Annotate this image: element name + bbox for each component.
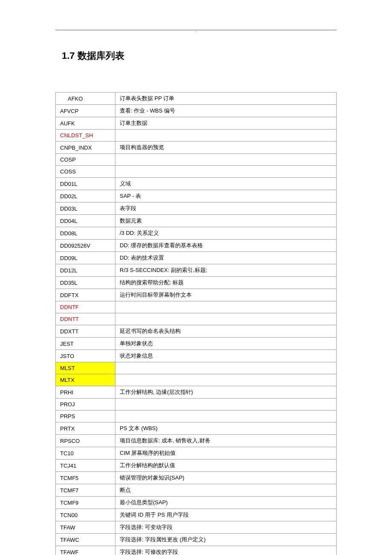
table-row: COSP: [56, 154, 337, 166]
description-cell: CIM 屏幕顺序的初始值: [115, 447, 337, 460]
table-row: DD03L表字段: [56, 202, 337, 215]
description-cell: DD: 缓存的数据库查看的基本表格: [115, 240, 337, 252]
description-cell: [115, 399, 337, 410]
description-cell: [115, 130, 337, 142]
table-row: COSS: [56, 166, 337, 178]
code-cell: TCN00: [56, 509, 115, 521]
description-cell: 延迟书写的命名表头结构: [115, 325, 337, 338]
database-table: AFKO订单表头数据 PP 订单AFVCP查看: 作业 - WBS 编号AUFK…: [55, 92, 337, 555]
table-row: DD08L/3 DD: 关系定义: [56, 227, 337, 240]
table-row: TC10CIM 屏幕顺序的初始值: [56, 447, 337, 460]
table-row: CNLDST_SH: [56, 130, 337, 142]
code-cell: TFAWC: [56, 534, 115, 546]
table-row: AFVCP查看: 作业 - WBS 编号: [56, 105, 337, 117]
description-cell: 最小信息类型(SAP): [115, 497, 337, 509]
description-cell: 断点: [115, 484, 337, 497]
table-row: TFAW字段选择: 可变动字段: [56, 521, 337, 534]
table-row: PRTXPS 文本 (WBS): [56, 422, 337, 435]
section-title: 1.7 数据库列表: [55, 49, 337, 62]
code-cell: DD02L: [56, 190, 115, 202]
code-cell: RPSCO: [56, 435, 115, 447]
table-row: PROJ: [56, 399, 337, 410]
description-cell: [115, 166, 337, 178]
description-cell: 订单表头数据 PP 订单: [115, 92, 337, 105]
code-cell: TCMF7: [56, 484, 115, 497]
table-row: DD02LSAP - 表: [56, 190, 337, 202]
code-cell: PRTX: [56, 422, 115, 435]
description-cell: [115, 362, 337, 374]
code-cell: AFKO: [56, 92, 115, 105]
document-page: . 1.7 数据库列表 AFKO订单表头数据 PP 订单AFVCP查看: 作业 …: [0, 0, 392, 555]
table-row: DDNTT: [56, 313, 337, 325]
footer-mark: .: [68, 533, 69, 538]
description-cell: 关键词 ID 用于 PS 用户字段: [115, 509, 337, 521]
code-cell: PRPS: [56, 410, 115, 422]
description-cell: 字段选择: 可变动字段: [115, 521, 337, 534]
code-cell: PRHI: [56, 386, 115, 399]
code-cell: DDFTX: [56, 289, 115, 301]
table-row: TCMF5错误管理的对象知识(SAP): [56, 472, 337, 484]
description-cell: 订单主数据: [115, 117, 337, 130]
table-row: TFAWF字段选择: 可修改的字段: [56, 546, 337, 555]
description-cell: 义域: [115, 178, 337, 190]
description-cell: /3 DD: 关系定义: [115, 227, 337, 240]
table-row: DDNTF: [56, 301, 337, 313]
table-row: AUFK订单主数据: [56, 117, 337, 130]
code-cell: DDXTT: [56, 325, 115, 338]
description-cell: 工作分解结构的默认值: [115, 460, 337, 472]
table-row: DD01L义域: [56, 178, 337, 190]
description-cell: 表字段: [115, 202, 337, 215]
code-cell: CNLDST_SH: [56, 130, 115, 142]
code-cell: JSTO: [56, 350, 115, 362]
description-cell: 结构的搜索帮助分配: 标题: [115, 277, 337, 289]
code-cell: TCMF9: [56, 497, 115, 509]
table-row: PRPS: [56, 410, 337, 422]
table-row: TCMF9最小信息类型(SAP): [56, 497, 337, 509]
description-cell: 数据元素: [115, 215, 337, 227]
description-cell: [115, 154, 337, 166]
code-cell: PROJ: [56, 399, 115, 410]
table-row: TCMF7断点: [56, 484, 337, 497]
description-cell: 字段选择: 字段属性更改 (用户定义): [115, 534, 337, 546]
header-mark: .: [55, 28, 337, 32]
table-row: RPSCO项目信息数据库: 成本, 销售收入,财务: [56, 435, 337, 447]
code-cell: DD03L: [56, 202, 115, 215]
description-cell: 状态对象信息: [115, 350, 337, 362]
code-cell: DD35L: [56, 277, 115, 289]
table-row: TCJ41工作分解结构的默认值: [56, 460, 337, 472]
description-cell: 字段选择: 可修改的字段: [115, 546, 337, 555]
code-cell: DDNTT: [56, 313, 115, 325]
description-cell: [115, 410, 337, 422]
code-cell: DD12L: [56, 264, 115, 277]
code-cell: MLTX: [56, 374, 115, 386]
description-cell: 查看: 作业 - WBS 编号: [115, 105, 337, 117]
code-cell: AUFK: [56, 117, 115, 130]
table-row: TCN00关键词 ID 用于 PS 用户字段: [56, 509, 337, 521]
code-cell: TFAW: [56, 521, 115, 534]
description-cell: 工作分解结构, 边缘(层次指针): [115, 386, 337, 399]
description-cell: 项目构造器的预览: [115, 142, 337, 154]
description-cell: DD: 表的技术设置: [115, 252, 337, 264]
table-row: DD35L结构的搜索帮助分配: 标题: [56, 277, 337, 289]
code-cell: COSP: [56, 154, 115, 166]
code-cell: TCJ41: [56, 460, 115, 472]
description-cell: PS 文本 (WBS): [115, 422, 337, 435]
table-row: MLTX: [56, 374, 337, 386]
description-cell: [115, 301, 337, 313]
code-cell: DD09L: [56, 252, 115, 264]
table-row: DDFTX运行时间目标带屏幕制作文本: [56, 289, 337, 301]
code-cell: TCMF5: [56, 472, 115, 484]
code-cell: DDNTF: [56, 301, 115, 313]
code-cell: MLST: [56, 362, 115, 374]
table-row: JSTO状态对象信息: [56, 350, 337, 362]
code-cell: CNPB_INDX: [56, 142, 115, 154]
description-cell: 项目信息数据库: 成本, 销售收入,财务: [115, 435, 337, 447]
table-row: JEST单独对象状态: [56, 338, 337, 350]
table-row: DDXTT延迟书写的命名表头结构: [56, 325, 337, 338]
description-cell: 运行时间目标带屏幕制作文本: [115, 289, 337, 301]
code-cell: DD01L: [56, 178, 115, 190]
code-cell: COSS: [56, 166, 115, 178]
description-cell: [115, 374, 337, 386]
description-cell: 单独对象状态: [115, 338, 337, 350]
table-row: DD09LDD: 表的技术设置: [56, 252, 337, 264]
